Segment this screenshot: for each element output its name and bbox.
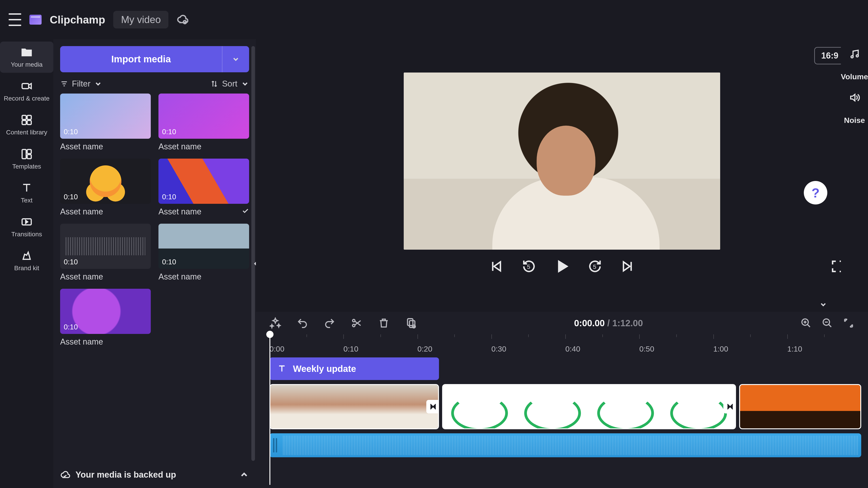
ruler-label: 0:40 (565, 345, 639, 353)
video-preview[interactable] (404, 72, 720, 250)
timeline: 0:00.00 / 1:12.00 0:000:100:200:300:400:… (256, 312, 868, 488)
library-icon (21, 114, 33, 126)
sort-icon (210, 80, 218, 88)
asset-thumb-4[interactable]: 0:10 (60, 224, 151, 269)
ruler-label: 0:00 (270, 345, 343, 353)
waveform (283, 435, 859, 455)
ruler-label: 1:10 (787, 345, 861, 353)
auto-enhance-button[interactable] (270, 317, 281, 329)
sidebar-item-templates[interactable]: Templates (0, 143, 53, 175)
asset-name: Asset name (158, 207, 202, 217)
svg-rect-7 (27, 149, 31, 153)
menu-button[interactable] (8, 13, 21, 26)
asset-thumb-1[interactable]: 0:10 (158, 94, 249, 139)
skip-forward-button[interactable] (620, 259, 636, 274)
volume-label: Volume (841, 72, 868, 81)
sidebar-item-text[interactable]: Text (0, 177, 53, 208)
svg-rect-6 (22, 149, 26, 159)
folder-icon (21, 46, 33, 58)
asset-name: Asset name (60, 272, 103, 282)
transition-icon[interactable] (426, 400, 439, 414)
text-clip[interactable]: Weekly update (270, 357, 439, 380)
svg-rect-2 (22, 116, 26, 120)
split-button[interactable] (351, 317, 363, 329)
svg-rect-8 (27, 155, 31, 159)
music-icon[interactable] (849, 48, 860, 61)
brand-kit-icon (21, 250, 33, 262)
svg-point-13 (856, 55, 859, 57)
zoom-in-button[interactable] (800, 317, 812, 329)
import-media-dropdown[interactable] (222, 46, 249, 72)
asset-thumb-3[interactable]: 0:10 (158, 159, 249, 204)
asset-name: Asset name (60, 337, 103, 347)
clip-handle-icon[interactable] (273, 438, 277, 453)
video-clip-2[interactable] (442, 384, 736, 429)
skip-back-button[interactable] (488, 259, 504, 274)
sidebar-item-brand-kit[interactable]: Brand kit (0, 245, 53, 276)
collapse-down-button[interactable] (819, 300, 827, 311)
app-name: Clipchamp (50, 13, 105, 26)
import-media-button[interactable]: Import media (60, 46, 222, 72)
chevron-up-icon (239, 470, 249, 480)
ruler-label: 0:30 (491, 345, 565, 353)
app-logo-icon (29, 15, 41, 25)
scrollbar[interactable] (251, 46, 255, 461)
noise-label: Noise (844, 116, 865, 125)
svg-rect-3 (27, 116, 31, 120)
asset-name: Asset name (60, 142, 103, 151)
question-icon: ? (811, 185, 819, 200)
video-clip-1[interactable] (270, 384, 439, 429)
chevron-down-icon (94, 80, 102, 88)
rewind-5-button[interactable]: 5 (521, 259, 537, 274)
svg-text:5: 5 (527, 264, 530, 270)
sidebar-item-transitions[interactable]: Transitions (0, 211, 53, 242)
audio-clip[interactable] (270, 433, 861, 457)
camera-icon (21, 80, 33, 92)
asset-thumb-2[interactable]: 0:10 (60, 159, 151, 204)
svg-rect-1 (22, 84, 29, 89)
transitions-icon (21, 216, 33, 228)
left-rail: Your media Record & create Content libra… (0, 39, 53, 488)
cloud-sync-icon[interactable] (177, 14, 188, 26)
help-button[interactable]: ? (804, 181, 827, 204)
delete-button[interactable] (378, 317, 390, 329)
forward-5-button[interactable]: 5 (587, 259, 602, 274)
play-button[interactable] (554, 259, 569, 274)
filter-icon (60, 80, 68, 88)
undo-button[interactable] (297, 317, 308, 329)
sort-button[interactable]: Sort (210, 79, 249, 89)
volume-icon[interactable] (849, 92, 860, 105)
ruler-label: 1:00 (713, 345, 787, 353)
transition-icon[interactable] (723, 400, 736, 414)
sidebar-item-record-create[interactable]: Record & create (0, 75, 53, 107)
zoom-out-button[interactable] (822, 317, 833, 329)
asset-name: Asset name (158, 272, 202, 282)
copy-button[interactable] (405, 317, 417, 329)
video-clip-3[interactable] (739, 384, 861, 429)
ruler-label: 0:20 (417, 345, 491, 353)
redo-button[interactable] (324, 317, 336, 329)
right-panel: Volume Noise (841, 39, 868, 312)
asset-thumb-5[interactable]: 0:10 (158, 224, 249, 269)
zoom-fit-button[interactable] (843, 317, 855, 329)
sidebar-item-content-library[interactable]: Content library (0, 109, 53, 140)
sidebar-item-your-media[interactable]: Your media (0, 41, 53, 73)
templates-icon (21, 148, 33, 160)
text-icon (277, 364, 287, 373)
playhead[interactable] (270, 333, 270, 485)
filter-button[interactable]: Filter (60, 79, 102, 89)
chevron-down-icon (241, 80, 249, 88)
ruler-label: 0:50 (639, 345, 713, 353)
asset-thumb-6[interactable]: 0:10 (60, 289, 151, 334)
media-panel: Import media Filter Sort 0:10 Asset name… (53, 39, 256, 488)
check-icon (241, 207, 249, 217)
svg-rect-16 (408, 319, 413, 326)
project-name[interactable]: My video (113, 11, 168, 29)
backup-status[interactable]: Your media is backed up (53, 461, 256, 488)
timeline-ruler[interactable]: 0:000:100:200:300:400:501:001:10 (256, 334, 868, 354)
svg-rect-5 (27, 121, 31, 125)
svg-text:5: 5 (593, 264, 596, 270)
asset-name: Asset name (60, 207, 103, 217)
asset-thumb-0[interactable]: 0:10 (60, 94, 151, 139)
text-icon (21, 182, 33, 194)
